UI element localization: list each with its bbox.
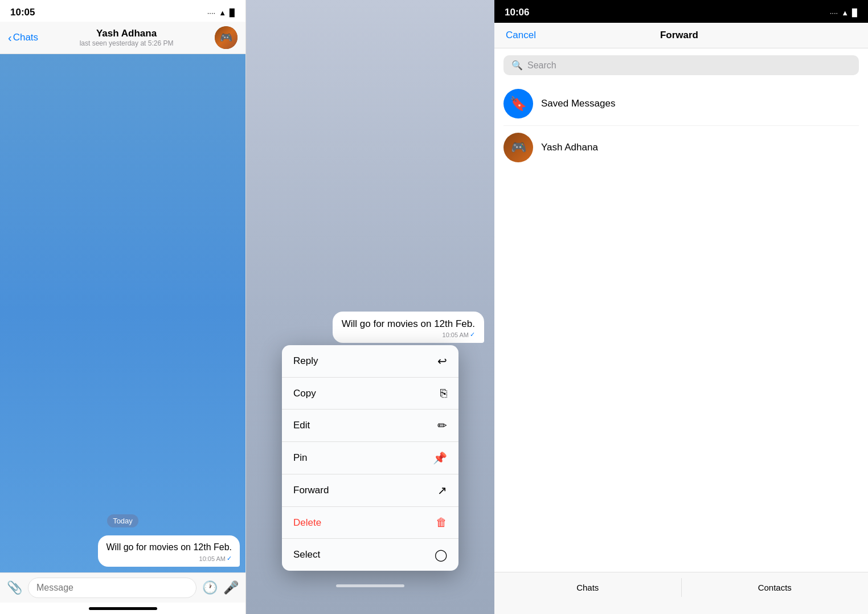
menu-item-pin[interactable]: Pin 📌 [282,442,458,474]
chat-input-bar: 📎 🕐 🎤 [0,572,245,603]
search-placeholder: Search [527,60,556,71]
context-menu-panel: Will go for movies on 12th Feb. 10:05 AM… [246,0,494,614]
copy-label: Copy [293,388,316,399]
contact-avatar-image: 🎮 [511,140,526,155]
contact-status: last seen yesterday at 5:26 PM [43,39,210,47]
context-check-icon: ✓ [470,331,475,338]
menu-bottom [246,580,494,591]
reply-label: Reply [293,355,318,367]
forward-status-icons: ···· ▲ ▉ [830,9,858,17]
forward-bottom-tabs: Chats Contacts [494,572,868,614]
menu-item-forward[interactable]: Forward ↗ [282,474,458,507]
forward-label: Forward [293,485,329,496]
context-message-bubble: Will go for movies on 12th Feb. 10:05 AM… [333,312,484,343]
forward-nav: Cancel Forward [494,23,868,48]
avatar[interactable]: 🎮 [215,26,238,49]
chat-panel: 10:05 ···· ▲ ▉ ‹ Chats Yash Adhana last … [0,0,246,614]
status-icons: ···· ▲ ▉ [207,9,235,17]
avatar-image: 🎮 [215,26,238,49]
message-timestamp: 10:05 AM [199,555,226,562]
chat-body: Today Will go for movies on 12th Feb. 10… [0,54,245,572]
battery-icon: ▉ [230,9,235,17]
edit-icon: ✏ [437,419,447,432]
pin-icon: 📌 [433,451,447,465]
copy-icon: ⎘ [440,387,447,400]
saved-messages-name: Saved Messages [541,98,615,109]
context-message-time: 10:05 AM ✓ [342,331,475,338]
forward-icon: ↗ [437,484,447,497]
yash-adhana-item[interactable]: 🎮 Yash Adhana [503,126,859,169]
forward-wifi-icon: ▲ [841,9,849,17]
context-menu: Reply ↩ Copy ⎘ Edit ✏ Pin 📌 Forward ↗ De… [282,345,458,571]
contacts-tab-label: Contacts [758,583,792,592]
menu-item-delete[interactable]: Delete 🗑 [282,507,458,539]
forward-status-time: 10:06 [505,7,529,18]
chats-tab[interactable]: Chats [494,578,682,597]
header-center: Yash Adhana last seen yesterday at 5:26 … [43,28,210,47]
status-bar-chat: 10:05 ···· ▲ ▉ [0,0,245,22]
cancel-button[interactable]: Cancel [506,30,536,41]
status-time: 10:05 [10,7,35,18]
search-bar[interactable]: 🔍 Search [503,55,859,75]
contacts-tab[interactable]: Contacts [682,578,869,597]
back-chevron-icon: ‹ [8,31,12,44]
message-input[interactable] [28,578,196,598]
home-indicator [0,603,245,614]
edit-label: Edit [293,420,310,431]
delete-icon: 🗑 [436,516,447,529]
forward-signal-icon: ···· [830,9,838,17]
message-time: 10:05 AM ✓ [106,555,232,562]
forward-title: Forward [660,30,698,41]
chat-header: ‹ Chats Yash Adhana last seen yesterday … [0,22,245,54]
check-icon: ✓ [227,555,232,562]
attach-button[interactable]: 📎 [7,580,22,595]
context-timestamp: 10:05 AM [443,331,469,338]
pin-label: Pin [293,452,308,464]
context-message-text: Will go for movies on 12th Feb. [342,318,475,330]
back-button[interactable]: ‹ Chats [8,31,38,44]
signal-icon: ···· [207,9,215,17]
mic-button[interactable]: 🎤 [223,580,239,595]
saved-messages-avatar: 🔖 [503,89,533,118]
status-bar-forward: 10:06 ···· ▲ ▉ [494,0,868,23]
chats-tab-label: Chats [576,583,599,592]
message-text: Will go for movies on 12th Feb. [106,541,232,554]
contact-name: Yash Adhana [43,28,210,39]
delete-label: Delete [293,517,321,529]
forward-panel: 10:06 ···· ▲ ▉ Cancel Forward 🔍 Search 🔖… [494,0,868,614]
search-icon: 🔍 [511,60,523,71]
yash-adhana-avatar: 🎮 [503,133,533,162]
menu-item-edit[interactable]: Edit ✏ [282,410,458,442]
menu-item-copy[interactable]: Copy ⎘ [282,378,458,410]
sticker-button[interactable]: 🕐 [202,580,218,595]
message-bubble: Will go for movies on 12th Feb. 10:05 AM… [98,535,240,567]
forward-contacts-list: 🔖 Saved Messages 🎮 Yash Adhana [494,82,868,572]
bookmark-icon: 🔖 [510,96,527,112]
select-icon: ◯ [435,548,447,562]
date-label: Today [107,514,138,527]
select-label: Select [293,549,320,560]
menu-item-select[interactable]: Select ◯ [282,539,458,571]
yash-adhana-name: Yash Adhana [541,142,598,153]
reply-icon: ↩ [437,354,447,368]
home-bar [89,607,157,610]
back-label: Chats [13,32,38,43]
wifi-icon: ▲ [219,9,226,17]
forward-battery-icon: ▉ [852,9,858,17]
saved-messages-item[interactable]: 🔖 Saved Messages [503,82,859,126]
menu-item-reply[interactable]: Reply ↩ [282,345,458,378]
home-bar-menu [336,584,404,587]
